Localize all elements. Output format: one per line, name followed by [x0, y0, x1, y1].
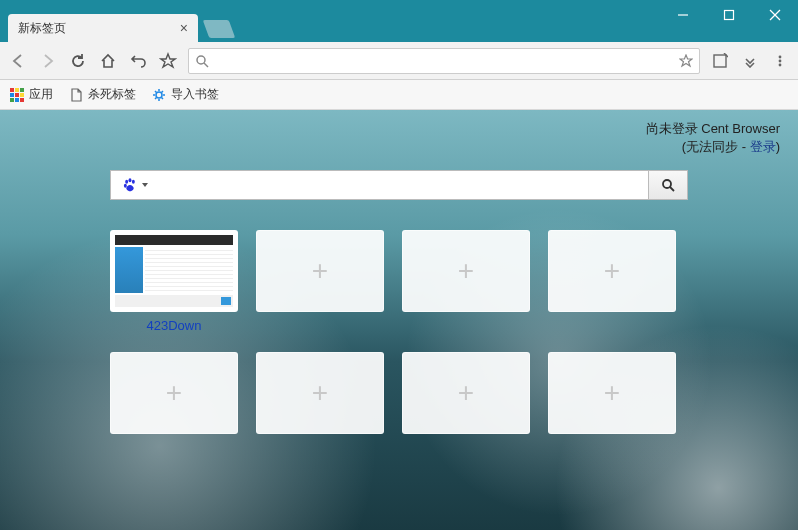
- plus-icon: +: [604, 377, 620, 409]
- new-tab-page: 尚未登录 Cent Browser (无法同步 - 登录): [0, 110, 798, 530]
- svg-line-17: [670, 187, 674, 191]
- bookmark-star-button[interactable]: [158, 52, 178, 70]
- bookmarks-bar: 应用 杀死标签 导入书签: [0, 80, 798, 110]
- gear-icon: [152, 88, 166, 102]
- tab-title: 新标签页: [18, 20, 66, 37]
- speed-dial-add[interactable]: +: [256, 230, 384, 312]
- back-button[interactable]: [8, 52, 28, 70]
- svg-point-12: [125, 180, 128, 184]
- login-link[interactable]: 登录: [750, 139, 776, 154]
- search-icon: [661, 178, 675, 192]
- apps-icon: [10, 88, 24, 102]
- svg-point-10: [779, 63, 782, 66]
- menu-button[interactable]: [770, 54, 790, 68]
- speed-dial-grid: 423Down + + + + + + +: [110, 230, 688, 456]
- svg-point-13: [129, 178, 132, 182]
- overflow-button[interactable]: [740, 54, 760, 68]
- speed-dial-add[interactable]: +: [548, 352, 676, 434]
- speed-dial-add[interactable]: +: [548, 230, 676, 312]
- bookmark-import[interactable]: 导入书签: [152, 86, 219, 103]
- file-icon: [69, 88, 83, 102]
- svg-rect-6: [714, 55, 726, 67]
- baidu-icon: [122, 177, 138, 193]
- search-icon: [195, 54, 209, 68]
- speed-dial-tile[interactable]: [110, 230, 238, 312]
- svg-point-9: [779, 59, 782, 62]
- speed-dial-add[interactable]: +: [110, 352, 238, 434]
- address-bar[interactable]: [188, 48, 700, 74]
- svg-point-4: [197, 56, 205, 64]
- titlebar: 新标签页 ×: [0, 0, 798, 42]
- window-close-button[interactable]: [752, 0, 798, 30]
- plus-icon: +: [312, 255, 328, 287]
- maximize-button[interactable]: [706, 0, 752, 30]
- svg-point-14: [132, 180, 135, 184]
- svg-point-15: [124, 184, 127, 188]
- new-tab-button[interactable]: [203, 20, 236, 38]
- svg-rect-1: [725, 11, 734, 20]
- speed-dial-add[interactable]: +: [256, 352, 384, 434]
- reload-button[interactable]: [68, 52, 88, 70]
- plus-icon: +: [458, 377, 474, 409]
- svg-point-11: [156, 92, 162, 98]
- svg-point-8: [779, 55, 782, 58]
- close-icon[interactable]: ×: [180, 21, 188, 35]
- login-status: 尚未登录 Cent Browser (无法同步 - 登录): [646, 120, 780, 156]
- plus-icon: +: [166, 377, 182, 409]
- search-engine-selector[interactable]: [110, 170, 160, 200]
- undo-button[interactable]: [128, 52, 148, 70]
- toolbar: [0, 42, 798, 80]
- bookmark-kill-tab[interactable]: 杀死标签: [69, 86, 136, 103]
- ntp-search: [110, 170, 688, 200]
- plus-icon: +: [312, 377, 328, 409]
- ntp-search-input[interactable]: [160, 170, 648, 200]
- svg-line-5: [204, 63, 208, 67]
- svg-point-16: [663, 180, 671, 188]
- forward-button[interactable]: [38, 52, 58, 70]
- browser-tab[interactable]: 新标签页 ×: [8, 14, 198, 42]
- star-icon[interactable]: [679, 54, 693, 68]
- plus-icon: +: [604, 255, 620, 287]
- ntp-search-button[interactable]: [648, 170, 688, 200]
- plus-icon: +: [458, 255, 474, 287]
- minimize-button[interactable]: [660, 0, 706, 30]
- home-button[interactable]: [98, 52, 118, 70]
- extensions-button[interactable]: [710, 53, 730, 69]
- speed-dial-add[interactable]: +: [402, 352, 530, 434]
- chevron-down-icon: [141, 181, 149, 189]
- apps-shortcut[interactable]: 应用: [10, 86, 53, 103]
- omnibox-input[interactable]: [215, 53, 673, 68]
- tile-label: 423Down: [110, 318, 238, 334]
- speed-dial-add[interactable]: +: [402, 230, 530, 312]
